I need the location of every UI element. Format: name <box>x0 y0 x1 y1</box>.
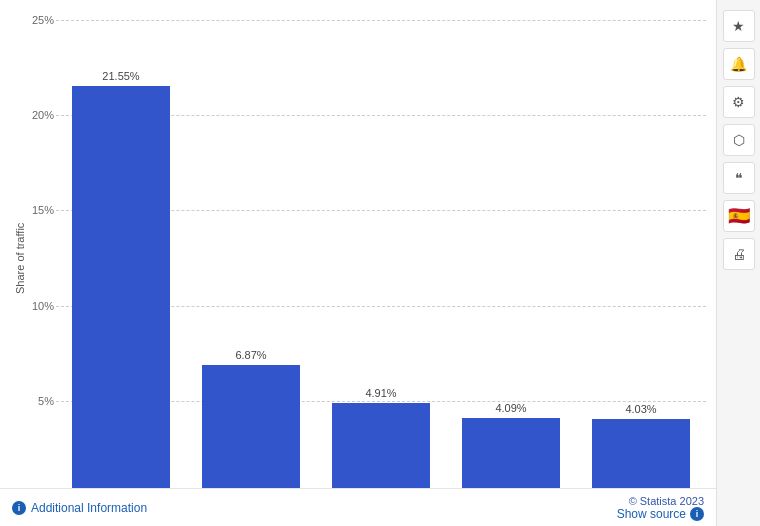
bar-value-label: 6.87% <box>235 349 266 361</box>
y-tick-label: 15% <box>26 204 54 216</box>
right-sidebar: ★🔔⚙⬡❝🇪🇸🖨 <box>716 0 760 526</box>
bar-group: 6.87% <box>186 20 316 496</box>
bar-group: 4.91% <box>316 20 446 496</box>
flag-button[interactable]: 🇪🇸 <box>723 200 755 232</box>
bar[interactable] <box>72 86 170 496</box>
show-source-link[interactable]: Show source i <box>617 507 704 521</box>
chart-area: Share of traffic 25%20%15%10%5%0% 21.55%… <box>0 0 716 526</box>
footer: i Additional Information © Statista 2023… <box>0 488 716 526</box>
additional-info-link[interactable]: i Additional Information <box>12 501 147 515</box>
settings-button[interactable]: ⚙ <box>723 86 755 118</box>
y-tick-label: 20% <box>26 109 54 121</box>
y-tick-label: 25% <box>26 14 54 26</box>
bell-button[interactable]: 🔔 <box>723 48 755 80</box>
bar[interactable] <box>332 403 430 496</box>
share-button[interactable]: ⬡ <box>723 124 755 156</box>
print-button[interactable]: 🖨 <box>723 238 755 270</box>
bar[interactable] <box>462 418 560 496</box>
statista-credit: © Statista 2023 <box>629 495 704 507</box>
quote-button[interactable]: ❝ <box>723 162 755 194</box>
source-info-icon: i <box>690 507 704 521</box>
bar-value-label: 21.55% <box>102 70 139 82</box>
star-button[interactable]: ★ <box>723 10 755 42</box>
bar-group: 21.55% <box>56 20 186 496</box>
footer-right: © Statista 2023 Show source i <box>617 495 704 521</box>
y-axis-label: Share of traffic <box>10 20 26 496</box>
additional-info-label: Additional Information <box>31 501 147 515</box>
y-tick-label: 10% <box>26 300 54 312</box>
bar-value-label: 4.09% <box>495 402 526 414</box>
main-container: Share of traffic 25%20%15%10%5%0% 21.55%… <box>0 0 760 526</box>
bar-group: 4.03% <box>576 20 706 496</box>
bar-group: 4.09% <box>446 20 576 496</box>
show-source-label: Show source <box>617 507 686 521</box>
bar[interactable] <box>202 365 300 496</box>
bar-value-label: 4.91% <box>365 387 396 399</box>
chart-wrapper: Share of traffic 25%20%15%10%5%0% 21.55%… <box>10 20 706 526</box>
bar-value-label: 4.03% <box>625 403 656 415</box>
y-tick-label: 5% <box>26 395 54 407</box>
info-icon: i <box>12 501 26 515</box>
bar[interactable] <box>592 419 690 496</box>
